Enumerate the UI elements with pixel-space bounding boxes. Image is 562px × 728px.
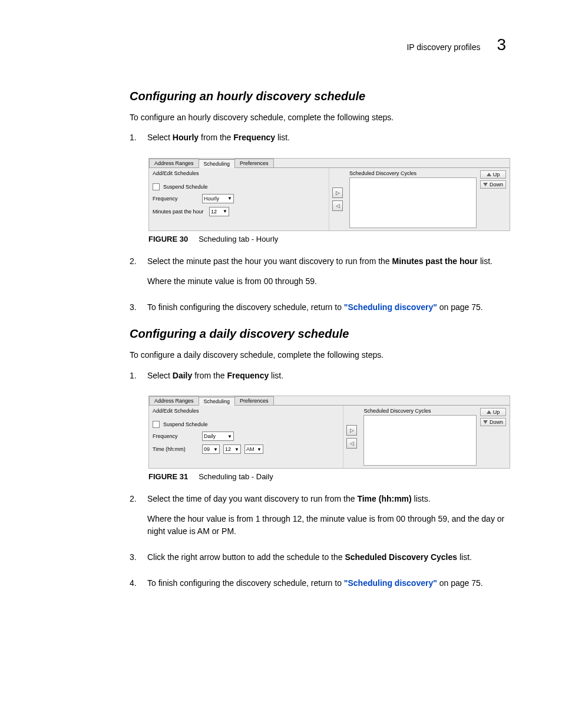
figure-30-screenshot: Address Ranges Scheduling Preferences Ad… [148,158,510,231]
list-item: 2. Select the minute past the hour you w… [130,255,506,296]
tab-scheduling[interactable]: Scheduling [199,397,236,406]
list-item: 4. To finish configuring the discovery s… [130,577,506,597]
move-up-button[interactable]: Up [480,408,506,416]
triangle-down-icon [483,183,488,186]
figure-caption: FIGURE 31Scheduling tab - Daily [148,472,506,481]
frequency-label: Frequency [153,433,199,439]
right-panel-title: Scheduled Discovery Cycles [363,408,477,414]
list-item: 1. Select Hourly from the Frequency list… [130,131,506,151]
chevron-down-icon: ▼ [223,209,227,214]
header-section: IP discovery profiles [406,42,480,52]
list-number: 3. [130,551,139,571]
add-right-button[interactable]: ▷ [346,425,357,436]
chevron-down-icon: ▼ [213,447,218,452]
left-panel-title: Add/Edit Schedules [153,408,339,414]
section-intro: To configure an hourly discovery schedul… [130,111,506,123]
list-number: 1. [130,370,139,390]
list-number: 4. [130,577,139,597]
frequency-dropdown[interactable]: Hourly ▼ [202,194,234,203]
figure-caption: FIGURE 30Scheduling tab - Hourly [148,235,506,243]
suspend-label: Suspend Schedule [163,184,208,190]
list-item: 3. To finish configuring the discovery s… [130,301,506,321]
tab-preferences[interactable]: Preferences [234,396,274,405]
frequency-label: Frequency [153,196,199,202]
minutes-past-hour-dropdown[interactable]: 12 ▼ [209,207,229,216]
tab-preferences[interactable]: Preferences [234,159,274,167]
chevron-down-icon: ▼ [234,447,239,452]
move-up-button[interactable]: Up [480,170,506,179]
left-panel-title: Add/Edit Schedules [153,170,325,176]
section-heading-daily: Configuring a daily discovery schedule [130,327,506,341]
time-mm-dropdown[interactable]: 12 ▼ [223,444,241,454]
add-right-button[interactable]: ▷ [332,187,343,198]
minutes-past-hour-label: Minutes past the hour [153,209,206,215]
scheduled-cycles-list[interactable] [349,177,477,228]
list-number: 2. [130,255,139,296]
list-number: 2. [130,493,139,545]
triangle-down-icon [483,420,488,424]
section-heading-hourly: Configuring an hourly discovery schedule [130,90,506,103]
header-chapter: 3 [497,35,506,54]
time-label: Time (hh:mm) [153,446,199,452]
move-down-button[interactable]: Down [480,180,506,189]
remove-left-button[interactable]: ◁ [346,438,357,449]
time-hh-dropdown[interactable]: 09 ▼ [202,444,220,454]
tab-address-ranges[interactable]: Address Ranges [149,159,199,167]
tab-scheduling[interactable]: Scheduling [199,159,236,168]
list-item: 2. Select the time of day you want disco… [130,493,506,545]
move-down-button[interactable]: Down [480,418,506,426]
page-header: IP discovery profiles 3 [130,35,506,54]
list-number: 1. [130,131,139,151]
figure-31-screenshot: Address Ranges Scheduling Preferences Ad… [148,396,510,469]
suspend-checkbox[interactable] [153,183,160,190]
chevron-down-icon: ▼ [227,434,232,439]
triangle-up-icon [487,410,491,414]
time-ampm-dropdown[interactable]: AM ▼ [244,444,263,454]
scheduling-discovery-link[interactable]: "Scheduling discovery" [344,578,437,588]
list-item: 3. Click the right arrow button to add t… [130,551,506,571]
remove-left-button[interactable]: ◁ [332,200,343,211]
scheduled-cycles-list[interactable] [363,415,477,466]
chevron-down-icon: ▼ [227,196,232,201]
tab-address-ranges[interactable]: Address Ranges [149,396,199,405]
chevron-down-icon: ▼ [257,447,262,452]
scheduling-discovery-link[interactable]: "Scheduling discovery" [344,302,437,312]
suspend-checkbox[interactable] [153,421,160,428]
section-intro: To configure a daily discovery schedule,… [130,349,506,361]
suspend-label: Suspend Schedule [163,421,208,427]
list-number: 3. [130,301,139,321]
right-panel-title: Scheduled Discovery Cycles [349,170,477,176]
document-page: IP discovery profiles 3 Configuring an h… [0,0,562,728]
frequency-dropdown[interactable]: Daily ▼ [202,431,234,441]
triangle-up-icon [487,173,491,176]
list-item: 1. Select Daily from the Frequency list. [130,370,506,390]
